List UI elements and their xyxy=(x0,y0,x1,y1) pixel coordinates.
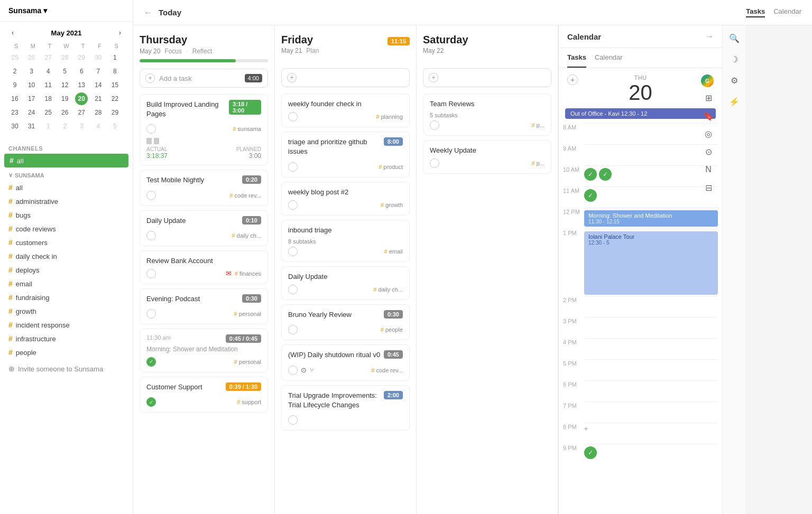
cal-day[interactable]: 23 xyxy=(8,106,21,119)
invite-button[interactable]: ⊕ Invite someone to Sunsama xyxy=(0,361,133,376)
cal-event-shower[interactable]: Morning: Shower and Meditation 11:30 - 1… xyxy=(584,210,718,227)
cal-day[interactable]: 7 xyxy=(92,65,105,78)
ooo-event[interactable]: Out of Office - Kavi 12:30 - 12 xyxy=(565,108,716,119)
cal-day[interactable]: 10 xyxy=(25,79,38,91)
back-button[interactable]: ← xyxy=(144,8,152,17)
task-daily-update-thu[interactable]: Daily Update 0:10 # daily ch... xyxy=(140,210,268,246)
task-checkbox[interactable] xyxy=(288,200,298,210)
cal-add-event-btn[interactable]: + xyxy=(567,74,578,85)
cal-tab-calendar[interactable]: Calendar xyxy=(595,48,623,68)
task-customer-support[interactable]: Customer Support 0:39 / 1:30 # support xyxy=(140,377,268,413)
lightning-icon[interactable]: ⚡ xyxy=(727,94,742,109)
tab-tasks[interactable]: Tasks xyxy=(746,7,765,17)
cal-day[interactable]: 25 xyxy=(8,51,21,64)
cal-day[interactable]: 9 xyxy=(8,79,21,91)
cal-day[interactable]: 25 xyxy=(42,106,54,119)
task-checkbox[interactable] xyxy=(288,366,298,375)
cal-day[interactable]: 22 xyxy=(108,92,121,105)
cal-day[interactable]: 14 xyxy=(92,79,105,91)
sidebar-item-code-reviews[interactable]: # code reviews xyxy=(0,222,133,236)
cal-prev-btn[interactable]: ‹ xyxy=(8,28,17,38)
thursday-focus[interactable]: Focus xyxy=(164,48,182,55)
sunsama-group-label[interactable]: ∨ SUNSAMA xyxy=(0,167,133,181)
cal-event-iolani[interactable]: Iolani Palace Tour 12:30 - 5 xyxy=(584,231,718,295)
task-bruno-review[interactable]: Bruno Yearly Review 0:30 # people xyxy=(281,304,410,340)
add-task-saturday[interactable]: + xyxy=(423,68,551,87)
cal-day[interactable]: 17 xyxy=(25,92,38,105)
task-checkbox[interactable] xyxy=(430,120,439,130)
cal-day[interactable]: 29 xyxy=(108,106,121,119)
settings-icon[interactable]: ⚙ xyxy=(727,73,742,88)
moon-icon[interactable]: ☽ xyxy=(727,52,742,67)
task-wip-shutdown[interactable]: (WIP) Daily shutdown ritual v0 0:45 ⊙ ⑂ … xyxy=(281,344,410,380)
location-icon[interactable]: ◎ xyxy=(701,126,716,141)
cal-day[interactable]: 28 xyxy=(92,106,105,119)
task-checkbox[interactable] xyxy=(146,231,156,240)
calendar-expand-icon[interactable]: → xyxy=(705,32,714,41)
sidebar-item-all[interactable]: # all xyxy=(0,181,133,194)
sidebar-item-growth[interactable]: # growth xyxy=(0,304,133,318)
github-right-icon[interactable]: ⊙ xyxy=(701,144,716,159)
task-checkbox[interactable] xyxy=(146,309,156,319)
cal-day[interactable]: 11 xyxy=(42,79,54,91)
task-review-bank[interactable]: Review Bank Account ✉ # finances xyxy=(140,250,268,284)
cal-day[interactable]: 29 xyxy=(75,51,88,64)
task-checkbox[interactable] xyxy=(288,162,298,172)
cal-day[interactable]: 27 xyxy=(42,51,54,64)
add-event-link[interactable]: + xyxy=(584,425,588,433)
task-checkbox[interactable] xyxy=(288,415,298,425)
cal-day[interactable]: 15 xyxy=(108,79,121,91)
task-checkbox[interactable] xyxy=(288,325,298,334)
task-checkbox[interactable] xyxy=(288,285,298,294)
tab-calendar[interactable]: Calendar xyxy=(773,7,801,17)
bookmark-icon[interactable]: 🔖 xyxy=(701,108,716,123)
cal-day[interactable]: 1 xyxy=(108,51,121,64)
cal-day[interactable]: 2 xyxy=(59,120,71,133)
task-checkbox[interactable] xyxy=(430,158,439,168)
cal-day[interactable]: 8 xyxy=(108,65,121,78)
cal-day[interactable]: 12 xyxy=(59,79,71,91)
add-task-friday[interactable]: + xyxy=(281,68,410,87)
cal-day[interactable]: 26 xyxy=(59,106,71,119)
task-trial-upgrade[interactable]: Trial Upgrade Improvements: Trial Lifecy… xyxy=(281,385,410,431)
cal-day[interactable]: 24 xyxy=(25,106,38,119)
task-checkbox[interactable] xyxy=(146,357,156,367)
sidebar-item-bugs[interactable]: # bugs xyxy=(0,208,133,222)
cal-day[interactable]: 5 xyxy=(108,120,121,133)
sidebar-item-fundraising[interactable]: # fundraising xyxy=(0,291,133,304)
cal-day[interactable]: 13 xyxy=(75,79,88,91)
task-checkbox[interactable] xyxy=(146,397,156,407)
people-icon[interactable]: ⊞ xyxy=(701,90,716,105)
cal-day[interactable]: 31 xyxy=(25,120,38,133)
cal-day[interactable]: 30 xyxy=(92,51,105,64)
sidebar-item-administrative[interactable]: # administrative xyxy=(0,194,133,208)
cal-day[interactable]: 3 xyxy=(25,65,38,78)
cal-day[interactable]: 28 xyxy=(59,51,71,64)
app-title-header[interactable]: Sunsama ▾ xyxy=(0,0,133,22)
task-checkbox[interactable] xyxy=(146,191,156,200)
cal-day[interactable]: 27 xyxy=(75,106,88,119)
channel-all-active[interactable]: # all xyxy=(4,154,128,167)
task-checkbox[interactable] xyxy=(146,124,156,134)
cal-day[interactable]: 1 xyxy=(42,120,54,133)
cal-day[interactable]: 26 xyxy=(25,51,38,64)
sidebar-item-customers[interactable]: # customers xyxy=(0,236,133,249)
cal-tab-tasks[interactable]: Tasks xyxy=(567,48,586,68)
friday-plan[interactable]: Plan xyxy=(306,47,319,54)
sidebar-item-deploys[interactable]: # deploys xyxy=(0,263,133,277)
cal-day[interactable]: 4 xyxy=(42,65,54,78)
sidebar-item-people[interactable]: # people xyxy=(0,345,133,359)
task-build-landing[interactable]: Build Improved Landing Pages 3:18 / 3:00… xyxy=(140,94,268,165)
task-checkbox[interactable] xyxy=(146,269,156,278)
task-triage-github[interactable]: triage and prioritize github issues 8:00… xyxy=(281,132,410,177)
task-checkbox[interactable] xyxy=(288,247,298,256)
cal-day[interactable]: 2 xyxy=(8,65,21,78)
sidebar-item-email[interactable]: # email xyxy=(0,277,133,291)
task-checkbox[interactable] xyxy=(288,112,298,122)
task-team-reviews[interactable]: Team Reviews 5 subtasks # p... xyxy=(423,94,551,136)
thursday-reflect[interactable]: Reflect xyxy=(192,48,212,55)
cal-day[interactable]: 16 xyxy=(8,92,21,105)
cal-day[interactable]: 30 xyxy=(8,120,21,133)
search-icon[interactable]: 🔍 xyxy=(727,31,742,45)
task-weekly-blog[interactable]: weekly blog post #2 # growth xyxy=(281,182,410,216)
